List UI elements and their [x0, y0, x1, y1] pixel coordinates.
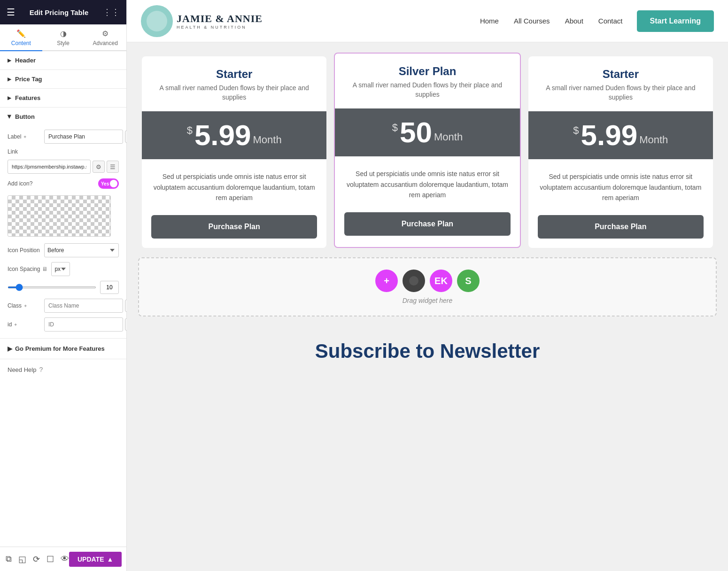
icon-spacing-slider-row — [8, 281, 119, 294]
widget-icon-s[interactable]: S — [457, 270, 480, 292]
hamburger-icon[interactable]: ☰ — [7, 7, 15, 18]
class-dynamic-icon: ✦ — [23, 303, 27, 309]
pricing-card-3-description: Sed ut perspiciatis unde omnis iste natu… — [528, 164, 713, 210]
pricing-card-1-price-box: $ 5.99 Month — [142, 111, 326, 159]
panel-title: Edit Pricing Table — [30, 8, 89, 16]
link-input-group: ⚙ ☰ — [8, 160, 119, 174]
pricing-card-3-btn[interactable]: Purchase Plan — [538, 215, 704, 239]
icon-spacing-label: Icon Spacing 🖥 — [8, 266, 47, 272]
main-area: JAMIE & ANNIE Health & Nutrition Home Al… — [127, 0, 728, 571]
tab-style[interactable]: ◑ Style — [42, 24, 85, 50]
responsive-icon[interactable]: ◱ — [18, 554, 26, 564]
nav-about[interactable]: About — [565, 17, 583, 25]
link-field-row: Link — [8, 148, 119, 155]
section-button-toggle[interactable]: ▶ Button — [0, 108, 126, 126]
pricing-card-2-header: Silver Plan A small river named Duden fl… — [335, 54, 519, 104]
panel-bottom-bar: ⧉ ◱ ⟳ ☐ 👁 UPDATE ▲ — [0, 547, 126, 571]
icon-spacing-slider[interactable] — [8, 286, 96, 288]
widget-drop-area: + EK S Drag widget here — [138, 257, 717, 316]
tab-advanced[interactable]: ⚙ Advanced — [84, 24, 126, 50]
pricing-card-3-price-box: $ 5.99 Month — [528, 111, 713, 159]
pricing-card-2-period: Month — [434, 131, 463, 143]
help-circle-icon: ? — [39, 366, 43, 373]
navbar-logo: JAMIE & ANNIE Health & Nutrition — [141, 5, 480, 37]
navbar: JAMIE & ANNIE Health & Nutrition Home Al… — [127, 0, 728, 42]
id-field-label: id ✦ — [8, 321, 40, 328]
section-header-toggle[interactable]: ▶ Header — [0, 51, 126, 69]
section-features: ▶ Features — [0, 89, 126, 108]
label-field-label: Label ✦ — [8, 133, 40, 140]
class-field-label: Class ✦ — [8, 302, 40, 309]
update-button[interactable]: UPDATE ▲ — [69, 552, 122, 567]
link-input[interactable] — [8, 160, 91, 174]
pricing-card-2-title: Silver Plan — [344, 65, 510, 78]
pricing-card-1-title: Starter — [151, 68, 317, 81]
widget-icon-ek[interactable]: EK — [430, 270, 452, 292]
pricing-card-2-btn[interactable]: Purchase Plan — [344, 212, 510, 236]
icon-position-label: Icon Position — [8, 247, 40, 254]
section-price-tag-toggle[interactable]: ▶ Price Tag — [0, 70, 126, 88]
tab-content[interactable]: ✏️ Content — [0, 24, 42, 51]
button-section-content: Label ✦ ☰ Link ⚙ ☰ — [0, 126, 126, 338]
logo-name: JAMIE & ANNIE — [177, 13, 263, 25]
gear-icon: ⚙ — [102, 29, 108, 38]
link-options-btn[interactable]: ☰ — [107, 161, 119, 173]
pricing-card-2-description: Sed ut perspiciatis unde omnis iste natu… — [335, 161, 519, 208]
svg-point-0 — [409, 276, 418, 286]
monitor-icon: 🖥 — [42, 266, 47, 272]
pricing-card-3-title: Starter — [538, 68, 704, 81]
logo-subtitle: Health & Nutrition — [177, 25, 263, 30]
style-icon: ◑ — [60, 29, 67, 38]
link-gear-btn[interactable]: ⚙ — [93, 161, 105, 173]
add-widget-button[interactable]: + — [375, 270, 398, 292]
start-learning-button[interactable]: Start Learning — [637, 10, 714, 32]
panel-header-icons: ⋮⋮ — [103, 7, 120, 17]
class-input[interactable] — [44, 299, 123, 313]
logo-text: JAMIE & ANNIE Health & Nutrition — [177, 13, 263, 30]
arrow-right-icon: ▶ — [8, 58, 11, 63]
nav-home[interactable]: Home — [480, 17, 499, 25]
icon-spacing-value-input[interactable] — [100, 281, 119, 294]
label-input[interactable] — [44, 130, 123, 144]
history-icon[interactable]: ⟳ — [33, 554, 40, 564]
nav-all-courses[interactable]: All Courses — [514, 17, 550, 25]
widget-icon-circle-2[interactable] — [403, 270, 425, 292]
grid-icon[interactable]: ⋮⋮ — [103, 7, 120, 17]
panel-header: ☰ Edit Pricing Table ⋮⋮ — [0, 0, 126, 24]
class-input-group: ☰ — [44, 299, 137, 313]
pricing-card-3-amount: 5.99 — [581, 121, 638, 150]
id-dynamic-icon: ✦ — [14, 322, 17, 327]
logo-circle — [141, 5, 173, 37]
eye-icon[interactable]: 👁 — [61, 554, 69, 564]
pricing-card-1-btn[interactable]: Purchase Plan — [151, 215, 317, 239]
id-input[interactable] — [44, 317, 123, 332]
pricing-card-3-subtitle: A small river named Duden flows by their… — [538, 84, 704, 102]
panel-tabs: ✏️ Content ◑ Style ⚙ Advanced — [0, 24, 126, 51]
add-icon-toggle[interactable]: Yes — [98, 178, 119, 189]
icon-position-row: Icon Position Before After — [8, 243, 119, 257]
section-features-toggle[interactable]: ▶ Features — [0, 89, 126, 107]
section-button: ▶ Button Label ✦ ☰ Link — [0, 108, 126, 339]
label-input-group: ☰ — [44, 130, 137, 144]
need-help-row[interactable]: Need Help ? — [0, 359, 126, 380]
spacing-unit-select[interactable]: px — [51, 262, 70, 276]
pricing-card-1-subtitle: A small river named Duden flows by their… — [151, 84, 317, 102]
pencil-icon: ✏️ — [16, 29, 26, 38]
icon-position-select[interactable]: Before After — [44, 243, 119, 257]
arrow-down-icon: ▶ — [7, 115, 12, 119]
layers-icon[interactable]: ⧉ — [6, 554, 12, 564]
icon-placeholder — [8, 195, 111, 237]
notes-icon[interactable]: ☐ — [46, 554, 54, 564]
nav-contact[interactable]: Contact — [598, 17, 623, 25]
widget-drag-text: Drag widget here — [150, 297, 705, 304]
arrow-right-icon-4: ▶ — [8, 345, 12, 352]
link-field-label: Link — [8, 148, 40, 155]
class-field-row: Class ✦ ☰ — [8, 299, 119, 313]
section-go-premium[interactable]: ▶ Go Premium for More Features — [0, 339, 126, 359]
pricing-card-1: Starter A small river named Duden flows … — [142, 56, 326, 248]
id-input-group: ☰ — [44, 317, 137, 332]
pricing-card-1-dollar: $ — [187, 124, 193, 137]
pricing-card-3-dollar: $ — [573, 124, 579, 137]
pricing-card-1-period: Month — [253, 134, 282, 146]
label-dynamic-icon: ✦ — [23, 134, 27, 139]
